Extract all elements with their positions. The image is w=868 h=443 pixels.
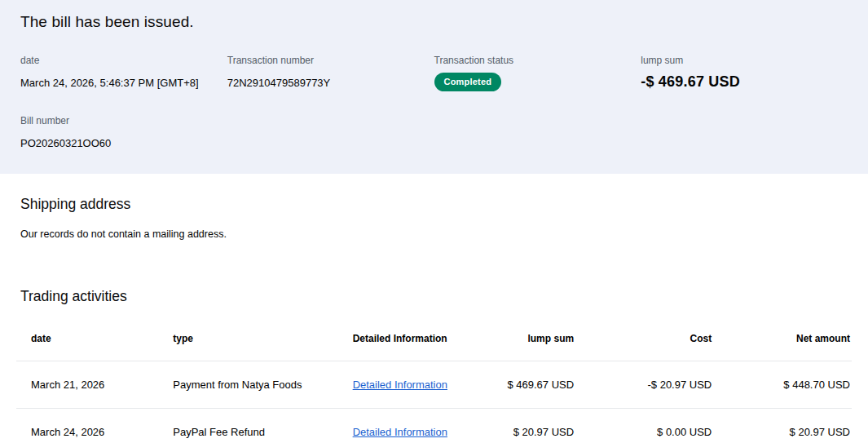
cell-cost: $ 0.00 USD: [588, 409, 726, 443]
field-bill-number: Bill number PO20260321OO60: [20, 115, 227, 149]
cell-detail: Detailed Information: [338, 409, 460, 443]
lump-sum-value: -$ 469.67 USD: [641, 73, 848, 91]
cell-cost: -$ 20.97 USD: [588, 361, 726, 409]
column-header-type: type: [158, 323, 337, 361]
date-value: March 24, 2026, 5:46:37 PM [GMT+8]: [20, 77, 227, 89]
table-row: March 24, 2026 PayPal Fee Refund Detaile…: [16, 409, 852, 443]
trading-activities-table: date type Detailed Information lump sum …: [16, 323, 852, 443]
trading-activities-section: Trading activities: [0, 288, 868, 305]
cell-net-amount: $ 20.97 USD: [726, 409, 852, 443]
cell-date: March 21, 2026: [16, 361, 158, 409]
table-header-row: date type Detailed Information lump sum …: [16, 323, 852, 361]
summary-fields-row-2: Bill number PO20260321OO60: [20, 115, 848, 149]
shipping-address-title: Shipping address: [20, 174, 848, 213]
column-header-date: date: [16, 323, 158, 361]
transaction-number-value: 72N2910479589773Y: [227, 77, 434, 89]
field-lump-sum: lump sum -$ 469.67 USD: [641, 55, 848, 91]
transaction-number-label: Transaction number: [227, 55, 434, 66]
trading-activities-table-wrap: date type Detailed Information lump sum …: [16, 323, 852, 443]
column-header-net-amount: Net amount: [726, 323, 852, 361]
cell-date: March 24, 2026: [16, 409, 158, 443]
cell-type: PayPal Fee Refund: [158, 409, 337, 443]
trading-activities-title: Trading activities: [20, 288, 848, 305]
field-transaction-number: Transaction number 72N2910479589773Y: [227, 55, 434, 91]
column-header-detailed-information: Detailed Information: [338, 323, 460, 361]
summary-fields-row: date March 24, 2026, 5:46:37 PM [GMT+8] …: [20, 55, 848, 91]
column-header-cost: Cost: [588, 323, 726, 361]
cell-net-amount: $ 448.70 USD: [726, 361, 852, 409]
bill-summary-hero: The bill has been issued. date March 24,…: [0, 0, 868, 174]
cell-lump-sum: $ 469.67 USD: [459, 361, 588, 409]
status-badge: Completed: [434, 73, 502, 91]
shipping-address-section: Shipping address Our records do not cont…: [0, 174, 868, 240]
detailed-information-link[interactable]: Detailed Information: [353, 426, 447, 438]
date-label: date: [20, 55, 227, 66]
field-date: date March 24, 2026, 5:46:37 PM [GMT+8]: [20, 55, 227, 91]
transaction-status-label: Transaction status: [434, 55, 641, 66]
lump-sum-label: lump sum: [641, 55, 848, 66]
shipping-address-body: Our records do not contain a mailing add…: [20, 228, 848, 240]
detailed-information-link[interactable]: Detailed Information: [353, 379, 447, 391]
column-header-lump-sum: lump sum: [459, 323, 588, 361]
bill-number-label: Bill number: [20, 115, 227, 126]
cell-type: Payment from Natya Foods: [158, 361, 337, 409]
bill-number-value: PO20260321OO60: [20, 137, 227, 149]
table-row: March 21, 2026 Payment from Natya Foods …: [16, 361, 852, 409]
cell-detail: Detailed Information: [338, 361, 460, 409]
cell-lump-sum: $ 20.97 USD: [459, 409, 588, 443]
page-title: The bill has been issued.: [20, 13, 848, 31]
field-transaction-status: Transaction status Completed: [434, 55, 641, 91]
